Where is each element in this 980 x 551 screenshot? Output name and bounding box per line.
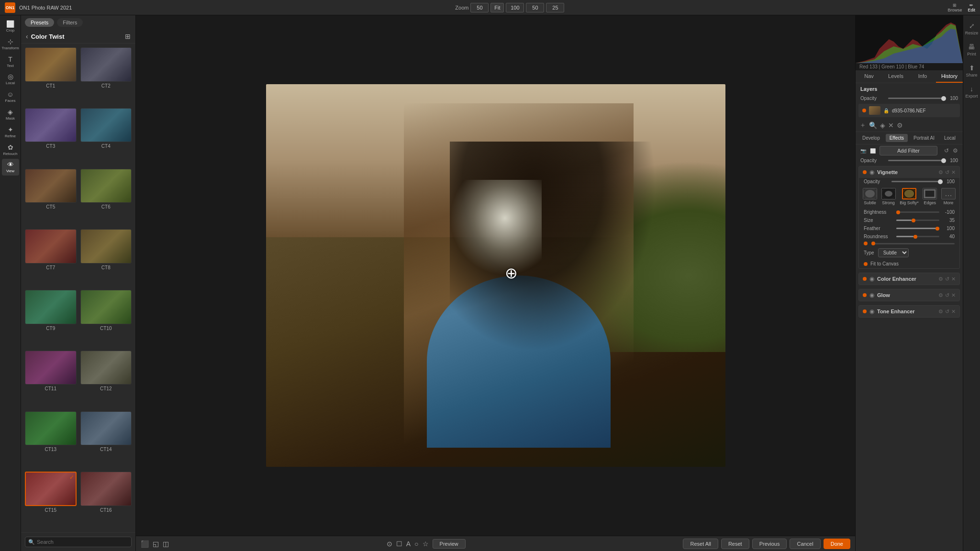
- sub-tab-develop[interactable]: Develop: [858, 134, 884, 142]
- preset-ct12[interactable]: CT12: [80, 351, 132, 408]
- presets-tab[interactable]: Presets: [25, 18, 54, 27]
- tool-text[interactable]: T Text: [2, 54, 19, 70]
- preset-ct3[interactable]: CT3: [25, 108, 77, 165]
- add-filter-button[interactable]: Add Filter: [880, 146, 937, 155]
- preset-ct11[interactable]: CT11: [25, 351, 77, 408]
- cancel-button[interactable]: Cancel: [790, 539, 820, 549]
- browse-btn[interactable]: ⊞ Browse: [947, 3, 962, 12]
- preset-ct14[interactable]: CT14: [80, 411, 132, 468]
- search-layer-icon[interactable]: 🔍: [869, 121, 877, 129]
- preset-ct5[interactable]: CT5: [25, 169, 77, 226]
- sub-tab-effects[interactable]: Effects: [886, 134, 908, 142]
- tone-enhancer-eye-icon[interactable]: ◉: [869, 308, 874, 315]
- nav-tab-levels[interactable]: Levels: [882, 70, 909, 83]
- tone-enhancer-close-btn[interactable]: ✕: [951, 309, 956, 315]
- reset-button[interactable]: Reset: [721, 539, 749, 549]
- layers-opacity-slider[interactable]: [888, 98, 946, 99]
- preset-ct16[interactable]: CT16: [80, 472, 132, 529]
- mask-layer-icon[interactable]: ◈: [880, 121, 885, 129]
- coord1-input[interactable]: [526, 3, 544, 12]
- brightness-slider[interactable]: [896, 211, 939, 213]
- tool-local[interactable]: ◎ Local: [2, 71, 19, 88]
- layers-icon[interactable]: ⬛: [141, 540, 149, 548]
- nav-tab-nav[interactable]: Nav: [856, 70, 882, 83]
- zoom-input[interactable]: [470, 3, 489, 12]
- color-enhancer-close-btn[interactable]: ✕: [951, 276, 956, 282]
- settings-layer-icon[interactable]: ⚙: [897, 121, 903, 129]
- print-btn[interactable]: 🖶 Print: [965, 40, 978, 59]
- vignette-eye-icon[interactable]: ◉: [869, 169, 874, 176]
- preset-ct15[interactable]: ✓ CT15: [25, 472, 77, 529]
- tool-transform[interactable]: ⊹ Transform: [2, 36, 19, 53]
- circle-icon[interactable]: ○: [414, 540, 418, 548]
- vignette-close-btn[interactable]: ✕: [951, 169, 956, 176]
- preset-ct7[interactable]: CT7: [25, 229, 77, 286]
- preset-ct8[interactable]: CT8: [80, 229, 132, 286]
- mask-tool-icon[interactable]: A: [406, 540, 411, 548]
- search-input[interactable]: [25, 537, 132, 547]
- glow-undo-btn[interactable]: ↺: [945, 292, 949, 298]
- color-enhancer-eye-icon[interactable]: ◉: [869, 276, 874, 282]
- tool-view[interactable]: 👁 View: [2, 159, 19, 176]
- roundness-slider[interactable]: [896, 236, 939, 237]
- reset-filter-icon[interactable]: ↺: [944, 147, 949, 154]
- compare-icon[interactable]: ◱: [153, 540, 159, 548]
- vignette-preset-subtle[interactable]: Subtle: [863, 188, 877, 205]
- preset-ct9[interactable]: CT9: [25, 290, 77, 347]
- preset-ct13[interactable]: CT13: [25, 411, 77, 468]
- sub-tab-local[interactable]: Local: [940, 134, 959, 142]
- preview-button[interactable]: Preview: [433, 539, 466, 549]
- vignette-undo-btn[interactable]: ↺: [945, 169, 949, 176]
- vignette-preset-more[interactable]: … More: [941, 188, 956, 205]
- view-toggle-icon[interactable]: ◫: [163, 540, 169, 548]
- tool-crop[interactable]: ⬜ Crop: [2, 18, 19, 35]
- tool-refine[interactable]: ✦ Refine: [2, 124, 19, 141]
- fit-btn[interactable]: Fit: [490, 3, 504, 12]
- sub-tab-portrait[interactable]: Portrait AI: [910, 134, 938, 142]
- resize-btn[interactable]: ⤢ Resize: [963, 19, 980, 38]
- layer-item[interactable]: 🔒 d935-0786.NEF: [858, 104, 960, 117]
- feather-slider[interactable]: [896, 228, 939, 229]
- preset-ct10[interactable]: CT10: [80, 290, 132, 347]
- done-button[interactable]: Done: [824, 539, 850, 549]
- preset-ct6[interactable]: CT6: [80, 169, 132, 226]
- back-arrow-icon[interactable]: ‹: [26, 33, 28, 40]
- color-enhancer-undo-btn[interactable]: ↺: [945, 276, 949, 282]
- edit-btn[interactable]: ✏ Edit: [968, 3, 975, 12]
- text-tool-icon[interactable]: ☐: [396, 540, 402, 548]
- glow-settings-btn[interactable]: ⚙: [938, 292, 943, 298]
- fit-value[interactable]: [506, 3, 524, 12]
- tool-retouch[interactable]: ✿ Retouch: [2, 142, 19, 158]
- preset-ct1[interactable]: CT1: [25, 47, 77, 104]
- canvas-content[interactable]: ⊕: [136, 15, 855, 536]
- vignette-preset-strong[interactable]: Strong: [881, 188, 896, 205]
- vignette-preset-edges[interactable]: Edges: [923, 188, 937, 205]
- highlights-slider[interactable]: [871, 243, 955, 244]
- tone-enhancer-settings-btn[interactable]: ⚙: [938, 309, 943, 315]
- effect-opacity-slider[interactable]: [888, 160, 946, 161]
- tone-enhancer-undo-btn[interactable]: ↺: [945, 309, 949, 315]
- coord2-input[interactable]: [546, 3, 564, 12]
- preset-ct2[interactable]: CT2: [80, 47, 132, 104]
- settings-filter-icon[interactable]: ⚙: [953, 147, 958, 154]
- filters-tab[interactable]: Filters: [57, 18, 83, 27]
- preset-ct4[interactable]: CT4: [80, 108, 132, 165]
- share-btn[interactable]: ⬆ Share: [964, 61, 979, 80]
- vignette-opacity-slider[interactable]: [891, 181, 943, 182]
- nav-prev-icon[interactable]: ⊙: [387, 540, 392, 548]
- tool-mask[interactable]: ◈ Mask: [2, 106, 19, 123]
- delete-layer-icon[interactable]: ✕: [888, 121, 894, 129]
- color-enhancer-settings-btn[interactable]: ⚙: [938, 276, 943, 282]
- grid-icon[interactable]: ⊞: [125, 33, 131, 40]
- nav-tab-info[interactable]: Info: [909, 70, 936, 83]
- type-select[interactable]: Subtle Strong Soft: [878, 248, 909, 257]
- export-btn[interactable]: ↓ Export: [963, 82, 980, 101]
- nav-tab-history[interactable]: History: [936, 70, 963, 83]
- glow-close-btn[interactable]: ✕: [951, 292, 956, 298]
- vignette-settings-btn[interactable]: ⚙: [938, 169, 943, 176]
- star-icon[interactable]: ☆: [423, 540, 429, 548]
- previous-button[interactable]: Previous: [752, 539, 787, 549]
- size-slider[interactable]: [896, 220, 939, 221]
- tool-faces[interactable]: ☺ Faces: [2, 88, 19, 105]
- vignette-preset-big-softy[interactable]: Big Softy*: [900, 188, 919, 205]
